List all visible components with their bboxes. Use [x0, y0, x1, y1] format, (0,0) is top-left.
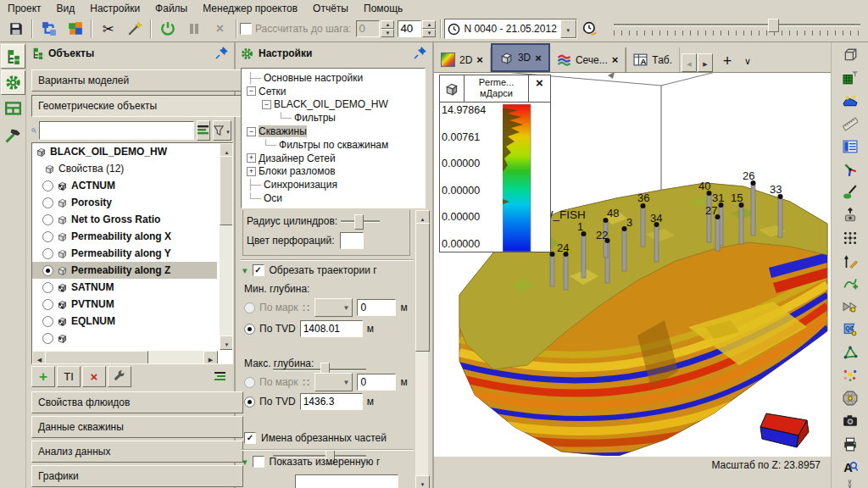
camera-button[interactable] [838, 411, 862, 430]
grid-filter-button[interactable] [838, 68, 862, 87]
print-button[interactable] [838, 434, 862, 453]
stree-fault-blocks[interactable]: Блоки разломов [247, 165, 425, 179]
ruler-button[interactable] [838, 114, 862, 133]
radio[interactable] [42, 299, 53, 310]
report-form-button[interactable] [838, 136, 862, 156]
add-object-button[interactable]: + [31, 366, 55, 387]
perforation-color-swatch[interactable] [340, 232, 364, 249]
bounding-box-button[interactable] [838, 45, 862, 64]
terrain-button[interactable] [838, 91, 862, 110]
min-by-tvd-radio[interactable] [244, 324, 255, 335]
timestep-dropdown-button[interactable] [560, 19, 576, 38]
model-variants-button[interactable]: Варианты моделей [31, 69, 243, 92]
collapse-icon[interactable] [262, 100, 271, 109]
tab-2d-close-icon[interactable]: × [476, 53, 483, 66]
radio[interactable] [42, 316, 53, 327]
puzzle-button[interactable] [63, 18, 87, 41]
step-from-input[interactable] [356, 20, 380, 37]
tabs-scroll-left-button[interactable] [682, 53, 697, 72]
expand-icon[interactable] [247, 153, 256, 163]
menu-settings[interactable]: Настройки [82, 1, 147, 16]
radio[interactable] [42, 333, 53, 344]
objects-tree-hscrollbar[interactable] [32, 351, 218, 363]
cylinder-radius-slider[interactable] [341, 214, 380, 228]
workflow-button[interactable] [36, 18, 61, 41]
tab-2d[interactable]: 2D × [434, 47, 491, 72]
triangulation-button[interactable] [838, 342, 862, 362]
stree-main[interactable]: ├─Основные настройки [247, 71, 425, 85]
rename-button[interactable]: TI [57, 366, 81, 387]
menu-files[interactable]: Файлы [147, 1, 195, 16]
legend-close-button[interactable]: × [529, 75, 550, 102]
collapse-icon[interactable] [247, 127, 256, 136]
min-marker-dropdown[interactable] [314, 298, 353, 317]
save-button[interactable] [3, 18, 28, 41]
radio[interactable] [42, 180, 53, 191]
sort-list-button[interactable] [197, 120, 210, 141]
stop-button[interactable]: × [208, 18, 232, 41]
more-chevron-icon[interactable]: ∨∨ [848, 480, 853, 488]
tree-item-clipped[interactable] [32, 330, 217, 347]
tree-item-porosity[interactable]: Porosity [32, 194, 217, 211]
axes-button[interactable] [838, 159, 862, 179]
geometric-objects-button[interactable]: Геометрические объекты [31, 95, 243, 117]
tree-item-actnum[interactable]: ACTNUM [32, 177, 217, 194]
collapse-icon[interactable] [247, 86, 256, 96]
min-marker-input[interactable] [357, 299, 396, 316]
pin-button[interactable] [414, 46, 427, 62]
view-menu-button[interactable]: ∨ [738, 50, 757, 72]
tree-item-eqlnum[interactable]: EQLNUM [32, 313, 217, 330]
radio[interactable] [42, 197, 53, 208]
max-by-marker-radio[interactable] [244, 377, 255, 388]
tree-item-permx[interactable]: Permeability along X [32, 228, 217, 245]
well-data-button[interactable]: Данные скважины [31, 416, 243, 438]
settings-vscrollbar[interactable] [415, 210, 428, 488]
stree-well-filters[interactable]: └─Фильтры по скважинам [247, 138, 425, 152]
tab-3d[interactable]: 3D × [491, 43, 550, 72]
delete-object-button[interactable]: × [82, 366, 106, 387]
timestep-slider[interactable] [609, 19, 865, 39]
objects-tree-vscrollbar[interactable] [220, 143, 232, 348]
expand-icon[interactable] [247, 167, 256, 176]
menu-project-manager[interactable]: Менеджер проектов [195, 1, 305, 16]
stree-model[interactable]: BLACK_OIL_DEMO_HW [247, 98, 425, 112]
tab-table[interactable]: А Таб. [626, 47, 680, 72]
clipped-input[interactable] [295, 474, 398, 488]
max-tvd-input[interactable] [300, 393, 363, 410]
step-from-up[interactable] [381, 20, 394, 29]
cut-button[interactable]: ✂ [96, 18, 120, 41]
timestep-slider-handle[interactable] [768, 19, 779, 32]
stree-network-designer[interactable]: Дизайнер Сетей [247, 152, 425, 165]
trajectory-edit-button[interactable] [838, 251, 862, 270]
stree-wells[interactable]: Скважины [247, 125, 425, 138]
sphere-button[interactable] [838, 388, 862, 408]
section-collapse-icon[interactable] [242, 456, 248, 468]
clock-edit-button[interactable] [578, 18, 603, 41]
search-input[interactable] [39, 121, 194, 140]
font-search-button[interactable]: A [838, 457, 862, 476]
tab-section[interactable]: Сече... × [550, 47, 626, 72]
step-from-down[interactable] [381, 29, 394, 37]
color-points-button[interactable] [838, 365, 862, 385]
fluid-properties-button[interactable]: Свойства флюидов [31, 391, 243, 413]
3d-viewport[interactable]: 5 24 1 22 3 48 36 34 40 31 27 15 26 33 H… [434, 73, 831, 456]
add-polyline-button[interactable] [838, 274, 862, 293]
pin-button[interactable] [215, 46, 229, 62]
min-by-marker-radio[interactable] [244, 302, 255, 313]
radio[interactable] [42, 214, 53, 225]
rail-settings-button[interactable] [1, 70, 25, 95]
radio-selected[interactable] [42, 265, 53, 276]
timestep-combo[interactable]: N 0040 - 21.05.2012 [444, 19, 576, 39]
step-to-down[interactable] [422, 29, 436, 37]
list-menu-button[interactable] [209, 366, 231, 387]
filter-button[interactable] [213, 120, 231, 141]
add-view-button[interactable]: + [716, 50, 738, 72]
tree-item-permy[interactable]: Permeability along Y [32, 245, 217, 262]
max-marker-dropdown[interactable] [314, 373, 353, 391]
menu-project[interactable]: Проект [0, 1, 49, 16]
calc-to-step-checkbox[interactable] [240, 23, 252, 35]
run-button[interactable] [155, 18, 180, 41]
qc-button[interactable]: QC [838, 319, 862, 339]
max-by-tvd-radio[interactable] [244, 396, 255, 408]
step-to-input[interactable] [398, 20, 421, 37]
